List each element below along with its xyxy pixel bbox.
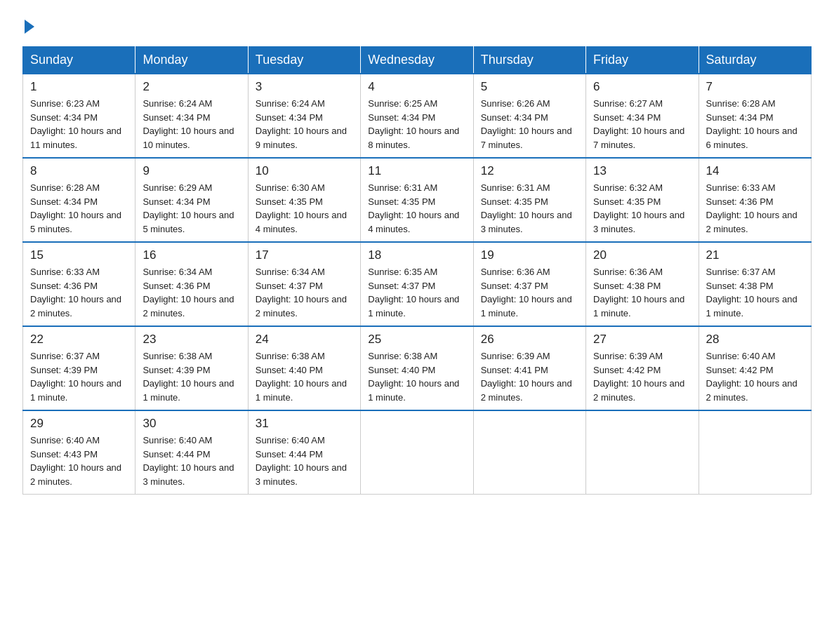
calendar-day-cell: 9Sunrise: 6:29 AMSunset: 4:34 PMDaylight… bbox=[135, 158, 248, 242]
calendar-week-row: 1Sunrise: 6:23 AMSunset: 4:34 PMDaylight… bbox=[23, 74, 812, 158]
day-number: 31 bbox=[256, 417, 353, 431]
calendar-day-cell: 6Sunrise: 6:27 AMSunset: 4:34 PMDaylight… bbox=[586, 74, 699, 158]
day-number: 19 bbox=[481, 248, 578, 262]
day-info: Sunrise: 6:33 AMSunset: 4:36 PMDaylight:… bbox=[706, 181, 804, 236]
calendar-week-row: 8Sunrise: 6:28 AMSunset: 4:34 PMDaylight… bbox=[23, 158, 812, 242]
day-info: Sunrise: 6:40 AMSunset: 4:42 PMDaylight:… bbox=[706, 349, 804, 404]
day-info: Sunrise: 6:27 AMSunset: 4:34 PMDaylight:… bbox=[593, 97, 691, 152]
logo bbox=[22, 17, 34, 34]
calendar-day-cell: 27Sunrise: 6:39 AMSunset: 4:42 PMDayligh… bbox=[586, 326, 699, 410]
day-info: Sunrise: 6:24 AMSunset: 4:34 PMDaylight:… bbox=[143, 97, 240, 152]
day-info: Sunrise: 6:28 AMSunset: 4:34 PMDaylight:… bbox=[706, 97, 804, 152]
calendar-day-cell: 19Sunrise: 6:36 AMSunset: 4:37 PMDayligh… bbox=[473, 242, 585, 326]
day-info: Sunrise: 6:34 AMSunset: 4:36 PMDaylight:… bbox=[143, 265, 240, 320]
day-number: 22 bbox=[30, 333, 128, 347]
day-number: 21 bbox=[706, 248, 804, 262]
calendar-header-friday: Friday bbox=[586, 47, 699, 74]
calendar-header-tuesday: Tuesday bbox=[248, 47, 360, 74]
day-number: 30 bbox=[143, 417, 240, 431]
calendar-day-cell: 12Sunrise: 6:31 AMSunset: 4:35 PMDayligh… bbox=[473, 158, 585, 242]
calendar-header-sunday: Sunday bbox=[23, 47, 135, 74]
day-info: Sunrise: 6:37 AMSunset: 4:38 PMDaylight:… bbox=[706, 265, 804, 320]
calendar-header-thursday: Thursday bbox=[473, 47, 585, 74]
calendar-table: SundayMondayTuesdayWednesdayThursdayFrid… bbox=[22, 46, 812, 495]
calendar-day-cell: 30Sunrise: 6:40 AMSunset: 4:44 PMDayligh… bbox=[135, 410, 248, 495]
day-info: Sunrise: 6:23 AMSunset: 4:34 PMDaylight:… bbox=[30, 97, 128, 152]
day-info: Sunrise: 6:40 AMSunset: 4:44 PMDaylight:… bbox=[256, 434, 353, 488]
calendar-day-cell: 21Sunrise: 6:37 AMSunset: 4:38 PMDayligh… bbox=[699, 242, 811, 326]
calendar-day-cell: 3Sunrise: 6:24 AMSunset: 4:34 PMDaylight… bbox=[248, 74, 360, 158]
day-info: Sunrise: 6:38 AMSunset: 4:40 PMDaylight:… bbox=[256, 349, 353, 404]
day-info: Sunrise: 6:31 AMSunset: 4:35 PMDaylight:… bbox=[368, 181, 465, 236]
day-number: 4 bbox=[368, 80, 465, 94]
day-info: Sunrise: 6:28 AMSunset: 4:34 PMDaylight:… bbox=[30, 181, 128, 236]
calendar-day-cell bbox=[586, 410, 699, 495]
day-number: 15 bbox=[30, 248, 128, 262]
calendar-day-cell: 15Sunrise: 6:33 AMSunset: 4:36 PMDayligh… bbox=[23, 242, 135, 326]
calendar-day-cell: 26Sunrise: 6:39 AMSunset: 4:41 PMDayligh… bbox=[473, 326, 585, 410]
calendar-day-cell: 18Sunrise: 6:35 AMSunset: 4:37 PMDayligh… bbox=[361, 242, 473, 326]
day-info: Sunrise: 6:39 AMSunset: 4:42 PMDaylight:… bbox=[593, 349, 691, 404]
calendar-day-cell: 31Sunrise: 6:40 AMSunset: 4:44 PMDayligh… bbox=[248, 410, 360, 495]
day-number: 9 bbox=[143, 164, 240, 178]
day-info: Sunrise: 6:30 AMSunset: 4:35 PMDaylight:… bbox=[256, 181, 353, 236]
calendar-day-cell: 1Sunrise: 6:23 AMSunset: 4:34 PMDaylight… bbox=[23, 74, 135, 158]
day-number: 5 bbox=[481, 80, 578, 94]
day-number: 2 bbox=[143, 80, 240, 94]
calendar-day-cell: 25Sunrise: 6:38 AMSunset: 4:40 PMDayligh… bbox=[361, 326, 473, 410]
calendar-day-cell: 20Sunrise: 6:36 AMSunset: 4:38 PMDayligh… bbox=[586, 242, 699, 326]
day-number: 20 bbox=[593, 248, 691, 262]
day-info: Sunrise: 6:38 AMSunset: 4:40 PMDaylight:… bbox=[368, 349, 465, 404]
day-number: 8 bbox=[30, 164, 128, 178]
day-info: Sunrise: 6:32 AMSunset: 4:35 PMDaylight:… bbox=[593, 181, 691, 236]
day-number: 7 bbox=[706, 80, 804, 94]
day-number: 27 bbox=[593, 333, 691, 347]
day-number: 16 bbox=[143, 248, 240, 262]
day-info: Sunrise: 6:40 AMSunset: 4:43 PMDaylight:… bbox=[30, 434, 128, 488]
day-number: 23 bbox=[143, 333, 240, 347]
calendar-day-cell: 17Sunrise: 6:34 AMSunset: 4:37 PMDayligh… bbox=[248, 242, 360, 326]
day-number: 17 bbox=[256, 248, 353, 262]
day-info: Sunrise: 6:38 AMSunset: 4:39 PMDaylight:… bbox=[143, 349, 240, 404]
calendar-day-cell bbox=[473, 410, 585, 495]
day-info: Sunrise: 6:26 AMSunset: 4:34 PMDaylight:… bbox=[481, 97, 578, 152]
calendar-header-wednesday: Wednesday bbox=[361, 47, 473, 74]
day-info: Sunrise: 6:36 AMSunset: 4:37 PMDaylight:… bbox=[481, 265, 578, 320]
day-info: Sunrise: 6:29 AMSunset: 4:34 PMDaylight:… bbox=[143, 181, 240, 236]
calendar-week-row: 29Sunrise: 6:40 AMSunset: 4:43 PMDayligh… bbox=[23, 410, 812, 495]
day-info: Sunrise: 6:24 AMSunset: 4:34 PMDaylight:… bbox=[256, 97, 353, 152]
calendar-day-cell bbox=[699, 410, 811, 495]
day-number: 18 bbox=[368, 248, 465, 262]
logo-arrow-icon bbox=[25, 20, 34, 34]
calendar-day-cell: 13Sunrise: 6:32 AMSunset: 4:35 PMDayligh… bbox=[586, 158, 699, 242]
day-info: Sunrise: 6:33 AMSunset: 4:36 PMDaylight:… bbox=[30, 265, 128, 320]
day-info: Sunrise: 6:34 AMSunset: 4:37 PMDaylight:… bbox=[256, 265, 353, 320]
calendar-header-monday: Monday bbox=[135, 47, 248, 74]
calendar-day-cell: 4Sunrise: 6:25 AMSunset: 4:34 PMDaylight… bbox=[361, 74, 473, 158]
day-number: 24 bbox=[256, 333, 353, 347]
day-number: 28 bbox=[706, 333, 804, 347]
calendar-day-cell: 22Sunrise: 6:37 AMSunset: 4:39 PMDayligh… bbox=[23, 326, 135, 410]
calendar-day-cell: 11Sunrise: 6:31 AMSunset: 4:35 PMDayligh… bbox=[361, 158, 473, 242]
day-info: Sunrise: 6:35 AMSunset: 4:37 PMDaylight:… bbox=[368, 265, 465, 320]
day-number: 11 bbox=[368, 164, 465, 178]
day-info: Sunrise: 6:40 AMSunset: 4:44 PMDaylight:… bbox=[143, 434, 240, 488]
calendar-day-cell: 29Sunrise: 6:40 AMSunset: 4:43 PMDayligh… bbox=[23, 410, 135, 495]
day-number: 6 bbox=[593, 80, 691, 94]
calendar-week-row: 22Sunrise: 6:37 AMSunset: 4:39 PMDayligh… bbox=[23, 326, 812, 410]
calendar-header-row: SundayMondayTuesdayWednesdayThursdayFrid… bbox=[23, 47, 812, 74]
calendar-day-cell: 10Sunrise: 6:30 AMSunset: 4:35 PMDayligh… bbox=[248, 158, 360, 242]
day-info: Sunrise: 6:25 AMSunset: 4:34 PMDaylight:… bbox=[368, 97, 465, 152]
calendar-day-cell: 16Sunrise: 6:34 AMSunset: 4:36 PMDayligh… bbox=[135, 242, 248, 326]
day-info: Sunrise: 6:31 AMSunset: 4:35 PMDaylight:… bbox=[481, 181, 578, 236]
day-number: 3 bbox=[256, 80, 353, 94]
calendar-day-cell: 5Sunrise: 6:26 AMSunset: 4:34 PMDaylight… bbox=[473, 74, 585, 158]
day-number: 25 bbox=[368, 333, 465, 347]
calendar-day-cell: 24Sunrise: 6:38 AMSunset: 4:40 PMDayligh… bbox=[248, 326, 360, 410]
day-number: 12 bbox=[481, 164, 578, 178]
calendar-header-saturday: Saturday bbox=[699, 47, 811, 74]
day-number: 26 bbox=[481, 333, 578, 347]
day-number: 29 bbox=[30, 417, 128, 431]
day-number: 14 bbox=[706, 164, 804, 178]
calendar-day-cell: 7Sunrise: 6:28 AMSunset: 4:34 PMDaylight… bbox=[699, 74, 811, 158]
